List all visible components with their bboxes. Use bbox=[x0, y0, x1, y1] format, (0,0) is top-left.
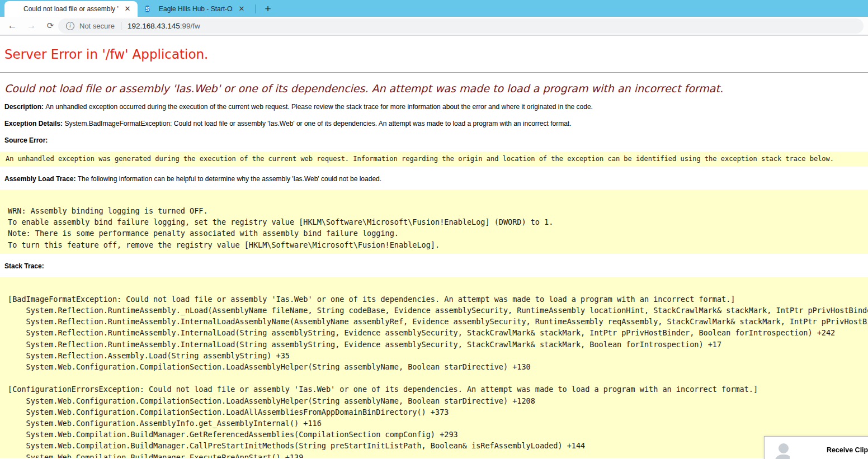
browser-tab-strip: Could not load file or assembly 'I ✕ S E… bbox=[0, 0, 868, 17]
page-info-icon[interactable]: i bbox=[66, 22, 74, 30]
forward-icon: → bbox=[25, 19, 38, 32]
not-secure-label: Not secure bbox=[79, 22, 115, 30]
close-tab-icon[interactable]: ✕ bbox=[123, 4, 132, 13]
new-tab-button[interactable]: + bbox=[261, 2, 275, 16]
sharepoint-favicon-icon: S bbox=[145, 4, 154, 13]
error-page-content: Server Error in '/fw' Application. Could… bbox=[0, 36, 868, 458]
title-divider bbox=[0, 72, 868, 73]
exception-details-label: Exception Details: bbox=[4, 120, 64, 127]
page-title: Server Error in '/fw' Application. bbox=[4, 47, 864, 61]
user-avatar-icon bbox=[772, 441, 790, 459]
exception-details-line: Exception Details: System.BadImageFormat… bbox=[4, 120, 864, 128]
url-host: 192.168.43.145 bbox=[128, 22, 180, 30]
address-bar[interactable]: i Not secure 192.168.43.145 :99/fw bbox=[58, 18, 864, 34]
source-error-heading: Source Error: bbox=[4, 136, 864, 145]
browser-toolbar: ← → ⟳ i Not secure 192.168.43.145 :99/fw bbox=[0, 17, 868, 36]
omnibox-separator bbox=[121, 22, 121, 30]
back-icon[interactable]: ← bbox=[6, 19, 19, 32]
stack-trace-box: [BadImageFormatException: Could not load… bbox=[0, 277, 868, 458]
tab-error-page[interactable]: Could not load file or assembly 'I ✕ bbox=[4, 1, 138, 17]
refresh-icon[interactable]: ⟳ bbox=[44, 19, 57, 32]
assembly-load-trace-label: Assembly Load Trace: bbox=[4, 175, 78, 183]
close-tab-icon[interactable]: ✕ bbox=[237, 4, 246, 13]
assembly-load-trace-text: The following information can be helpful… bbox=[78, 175, 381, 183]
tab-title: Could not load file or assembly 'I bbox=[23, 5, 119, 13]
description-line: Description: An unhandled exception occu… bbox=[4, 103, 864, 111]
tab-eagle-hills-hub[interactable]: S Eagle Hills Hub - Start-Original ✕ bbox=[141, 1, 251, 17]
description-text: An unhandled exception occurred during t… bbox=[45, 103, 593, 111]
receive-clipboard-label: Receive Clipboard - 1 bbox=[827, 446, 868, 454]
receive-clipboard-popup[interactable]: Receive Clipboard - 1 bbox=[764, 436, 868, 459]
assembly-load-trace-line: Assembly Load Trace: The following infor… bbox=[4, 175, 864, 183]
tab-separator bbox=[255, 4, 256, 13]
url-path: :99/fw bbox=[180, 22, 200, 30]
site-favicon-icon bbox=[10, 4, 19, 13]
assembly-bind-warning-box: WRN: Assembly binding logging is turned … bbox=[0, 190, 868, 254]
error-subtitle: Could not load file or assembly 'Ias.Web… bbox=[4, 82, 864, 94]
stack-trace-heading: Stack Trace: bbox=[4, 262, 864, 271]
exception-details-text: System.BadImageFormatException: Could no… bbox=[64, 120, 571, 127]
description-label: Description: bbox=[4, 103, 45, 111]
source-error-box: An unhandled exception was generated dur… bbox=[0, 152, 868, 167]
tab-title: Eagle Hills Hub - Start-Original bbox=[159, 5, 233, 13]
